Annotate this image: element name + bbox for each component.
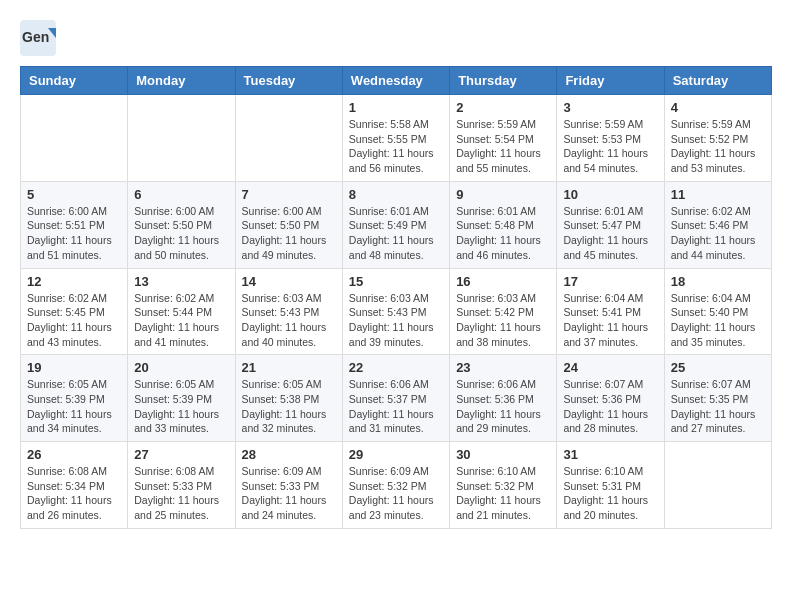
- calendar-cell: 15Sunrise: 6:03 AM Sunset: 5:43 PM Dayli…: [342, 268, 449, 355]
- calendar-cell: 17Sunrise: 6:04 AM Sunset: 5:41 PM Dayli…: [557, 268, 664, 355]
- calendar-cell: 14Sunrise: 6:03 AM Sunset: 5:43 PM Dayli…: [235, 268, 342, 355]
- day-number: 12: [27, 274, 121, 289]
- day-number: 25: [671, 360, 765, 375]
- page-header: Gen: [20, 20, 772, 56]
- calendar-cell: 24Sunrise: 6:07 AM Sunset: 5:36 PM Dayli…: [557, 355, 664, 442]
- day-info: Sunrise: 6:06 AM Sunset: 5:37 PM Dayligh…: [349, 377, 443, 436]
- column-header-monday: Monday: [128, 67, 235, 95]
- column-header-thursday: Thursday: [450, 67, 557, 95]
- day-number: 6: [134, 187, 228, 202]
- column-header-sunday: Sunday: [21, 67, 128, 95]
- column-header-friday: Friday: [557, 67, 664, 95]
- day-info: Sunrise: 6:03 AM Sunset: 5:42 PM Dayligh…: [456, 291, 550, 350]
- day-number: 9: [456, 187, 550, 202]
- day-info: Sunrise: 6:02 AM Sunset: 5:45 PM Dayligh…: [27, 291, 121, 350]
- day-info: Sunrise: 6:03 AM Sunset: 5:43 PM Dayligh…: [349, 291, 443, 350]
- day-info: Sunrise: 6:01 AM Sunset: 5:48 PM Dayligh…: [456, 204, 550, 263]
- calendar-cell: 6Sunrise: 6:00 AM Sunset: 5:50 PM Daylig…: [128, 181, 235, 268]
- day-number: 15: [349, 274, 443, 289]
- day-info: Sunrise: 6:10 AM Sunset: 5:32 PM Dayligh…: [456, 464, 550, 523]
- column-header-saturday: Saturday: [664, 67, 771, 95]
- calendar-cell: 12Sunrise: 6:02 AM Sunset: 5:45 PM Dayli…: [21, 268, 128, 355]
- calendar-week-4: 19Sunrise: 6:05 AM Sunset: 5:39 PM Dayli…: [21, 355, 772, 442]
- day-number: 4: [671, 100, 765, 115]
- day-number: 19: [27, 360, 121, 375]
- calendar-cell: 19Sunrise: 6:05 AM Sunset: 5:39 PM Dayli…: [21, 355, 128, 442]
- day-number: 10: [563, 187, 657, 202]
- calendar-cell: 13Sunrise: 6:02 AM Sunset: 5:44 PM Dayli…: [128, 268, 235, 355]
- calendar-cell: 9Sunrise: 6:01 AM Sunset: 5:48 PM Daylig…: [450, 181, 557, 268]
- day-number: 23: [456, 360, 550, 375]
- calendar-cell: 7Sunrise: 6:00 AM Sunset: 5:50 PM Daylig…: [235, 181, 342, 268]
- calendar-week-2: 5Sunrise: 6:00 AM Sunset: 5:51 PM Daylig…: [21, 181, 772, 268]
- calendar-cell: 5Sunrise: 6:00 AM Sunset: 5:51 PM Daylig…: [21, 181, 128, 268]
- day-number: 7: [242, 187, 336, 202]
- calendar-cell: 8Sunrise: 6:01 AM Sunset: 5:49 PM Daylig…: [342, 181, 449, 268]
- calendar-cell: 4Sunrise: 5:59 AM Sunset: 5:52 PM Daylig…: [664, 95, 771, 182]
- day-info: Sunrise: 5:59 AM Sunset: 5:52 PM Dayligh…: [671, 117, 765, 176]
- calendar-cell: 26Sunrise: 6:08 AM Sunset: 5:34 PM Dayli…: [21, 442, 128, 529]
- calendar-cell: [21, 95, 128, 182]
- calendar-table: SundayMondayTuesdayWednesdayThursdayFrid…: [20, 66, 772, 529]
- day-info: Sunrise: 6:05 AM Sunset: 5:39 PM Dayligh…: [27, 377, 121, 436]
- day-info: Sunrise: 6:00 AM Sunset: 5:51 PM Dayligh…: [27, 204, 121, 263]
- calendar-week-5: 26Sunrise: 6:08 AM Sunset: 5:34 PM Dayli…: [21, 442, 772, 529]
- calendar-cell: 31Sunrise: 6:10 AM Sunset: 5:31 PM Dayli…: [557, 442, 664, 529]
- calendar-cell: 22Sunrise: 6:06 AM Sunset: 5:37 PM Dayli…: [342, 355, 449, 442]
- calendar-cell: 3Sunrise: 5:59 AM Sunset: 5:53 PM Daylig…: [557, 95, 664, 182]
- day-number: 1: [349, 100, 443, 115]
- calendar-cell: 23Sunrise: 6:06 AM Sunset: 5:36 PM Dayli…: [450, 355, 557, 442]
- calendar-header-row: SundayMondayTuesdayWednesdayThursdayFrid…: [21, 67, 772, 95]
- day-info: Sunrise: 5:58 AM Sunset: 5:55 PM Dayligh…: [349, 117, 443, 176]
- calendar-cell: [128, 95, 235, 182]
- day-number: 21: [242, 360, 336, 375]
- day-number: 24: [563, 360, 657, 375]
- day-info: Sunrise: 6:03 AM Sunset: 5:43 PM Dayligh…: [242, 291, 336, 350]
- day-number: 26: [27, 447, 121, 462]
- day-number: 22: [349, 360, 443, 375]
- calendar-cell: 28Sunrise: 6:09 AM Sunset: 5:33 PM Dayli…: [235, 442, 342, 529]
- day-info: Sunrise: 6:04 AM Sunset: 5:40 PM Dayligh…: [671, 291, 765, 350]
- day-number: 31: [563, 447, 657, 462]
- calendar-cell: 11Sunrise: 6:02 AM Sunset: 5:46 PM Dayli…: [664, 181, 771, 268]
- day-info: Sunrise: 6:00 AM Sunset: 5:50 PM Dayligh…: [242, 204, 336, 263]
- day-info: Sunrise: 6:00 AM Sunset: 5:50 PM Dayligh…: [134, 204, 228, 263]
- day-number: 14: [242, 274, 336, 289]
- day-info: Sunrise: 5:59 AM Sunset: 5:53 PM Dayligh…: [563, 117, 657, 176]
- day-number: 5: [27, 187, 121, 202]
- day-number: 16: [456, 274, 550, 289]
- day-info: Sunrise: 6:07 AM Sunset: 5:35 PM Dayligh…: [671, 377, 765, 436]
- calendar-cell: 29Sunrise: 6:09 AM Sunset: 5:32 PM Dayli…: [342, 442, 449, 529]
- day-number: 17: [563, 274, 657, 289]
- calendar-week-3: 12Sunrise: 6:02 AM Sunset: 5:45 PM Dayli…: [21, 268, 772, 355]
- day-info: Sunrise: 6:08 AM Sunset: 5:33 PM Dayligh…: [134, 464, 228, 523]
- calendar-cell: 10Sunrise: 6:01 AM Sunset: 5:47 PM Dayli…: [557, 181, 664, 268]
- calendar-cell: 1Sunrise: 5:58 AM Sunset: 5:55 PM Daylig…: [342, 95, 449, 182]
- column-header-tuesday: Tuesday: [235, 67, 342, 95]
- day-number: 3: [563, 100, 657, 115]
- day-number: 29: [349, 447, 443, 462]
- day-number: 13: [134, 274, 228, 289]
- day-number: 11: [671, 187, 765, 202]
- day-info: Sunrise: 6:02 AM Sunset: 5:44 PM Dayligh…: [134, 291, 228, 350]
- day-number: 27: [134, 447, 228, 462]
- day-number: 2: [456, 100, 550, 115]
- day-info: Sunrise: 6:02 AM Sunset: 5:46 PM Dayligh…: [671, 204, 765, 263]
- day-info: Sunrise: 6:01 AM Sunset: 5:49 PM Dayligh…: [349, 204, 443, 263]
- day-info: Sunrise: 6:06 AM Sunset: 5:36 PM Dayligh…: [456, 377, 550, 436]
- day-info: Sunrise: 6:10 AM Sunset: 5:31 PM Dayligh…: [563, 464, 657, 523]
- calendar-cell: 25Sunrise: 6:07 AM Sunset: 5:35 PM Dayli…: [664, 355, 771, 442]
- logo: Gen: [20, 20, 60, 56]
- svg-text:Gen: Gen: [22, 29, 49, 45]
- calendar-cell: 20Sunrise: 6:05 AM Sunset: 5:39 PM Dayli…: [128, 355, 235, 442]
- day-number: 8: [349, 187, 443, 202]
- calendar-cell: 18Sunrise: 6:04 AM Sunset: 5:40 PM Dayli…: [664, 268, 771, 355]
- calendar-cell: 21Sunrise: 6:05 AM Sunset: 5:38 PM Dayli…: [235, 355, 342, 442]
- day-info: Sunrise: 6:08 AM Sunset: 5:34 PM Dayligh…: [27, 464, 121, 523]
- calendar-cell: 16Sunrise: 6:03 AM Sunset: 5:42 PM Dayli…: [450, 268, 557, 355]
- calendar-cell: 30Sunrise: 6:10 AM Sunset: 5:32 PM Dayli…: [450, 442, 557, 529]
- column-header-wednesday: Wednesday: [342, 67, 449, 95]
- calendar-week-1: 1Sunrise: 5:58 AM Sunset: 5:55 PM Daylig…: [21, 95, 772, 182]
- day-info: Sunrise: 6:05 AM Sunset: 5:38 PM Dayligh…: [242, 377, 336, 436]
- calendar-cell: [664, 442, 771, 529]
